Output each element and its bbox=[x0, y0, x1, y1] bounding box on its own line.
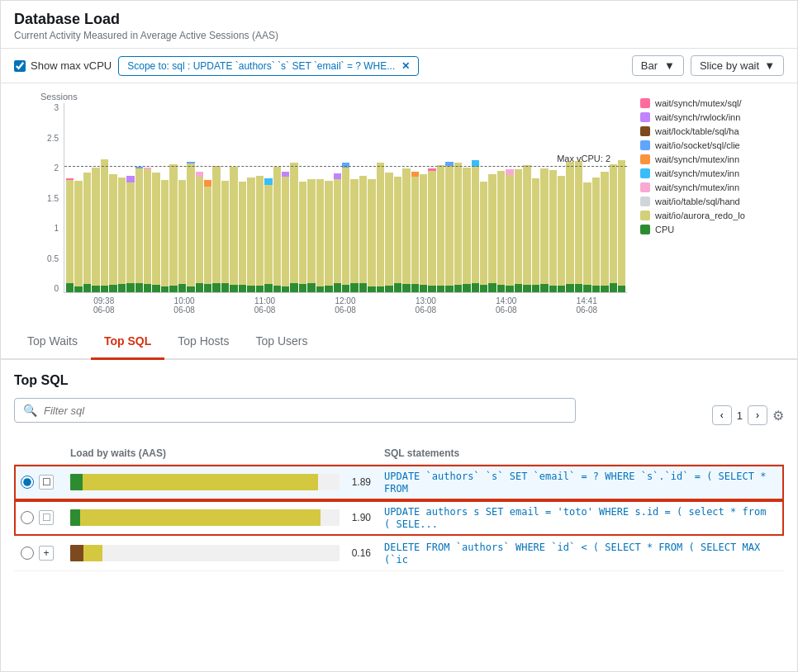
load-bar-container: 1.90 bbox=[70, 509, 371, 526]
chart-type-dropdown[interactable]: Bar ▼ bbox=[632, 55, 684, 76]
row-load-cell: 0.16 bbox=[64, 536, 378, 571]
scope-filter[interactable]: Scope to: sql : UPDATE `authors` `s` SET… bbox=[118, 56, 419, 76]
top-sql-section: Top SQL 🔍 ‹ 1 › ⚙ Load by waits (AAS) SQ… bbox=[1, 360, 797, 584]
legend-item-table-hand: wait/io/table/sql/hand bbox=[640, 196, 784, 206]
legend-item-mutex-inn3: wait/synch/mutex/inn bbox=[640, 182, 784, 192]
table-row: ☐ 1.89 bbox=[14, 465, 784, 500]
scope-close-icon[interactable]: ✕ bbox=[401, 60, 410, 72]
search-icon: 🔍 bbox=[23, 404, 37, 417]
table-row: ☐ 1.90 bbox=[14, 500, 784, 536]
row-expand-button[interactable]: ☐ bbox=[39, 475, 54, 490]
tab-top-waits[interactable]: Top Waits bbox=[14, 324, 91, 360]
show-max-vcpu-checkbox[interactable] bbox=[14, 60, 26, 72]
y-axis: 3 2.5 2 1.5 1 0.5 0 bbox=[37, 103, 62, 293]
toolbar: Show max vCPU Scope to: sql : UPDATE `au… bbox=[1, 49, 797, 83]
row-expand-button[interactable]: ☐ bbox=[39, 510, 54, 525]
load-bar bbox=[70, 474, 340, 490]
legend-item-mutex-inn2: wait/synch/mutex/inn bbox=[640, 168, 784, 178]
legend-item-socket-clie: wait/io/socket/sql/clie bbox=[640, 140, 784, 150]
chart-plot[interactable]: Max vCPU: 2 bbox=[64, 103, 627, 293]
chart-type-label: Bar bbox=[641, 59, 658, 72]
row-load-cell: 1.89 bbox=[64, 465, 378, 500]
legend-item-rwlock-inn: wait/synch/rwlock/inn bbox=[640, 112, 784, 122]
table-row: + 0.16 bbox=[14, 536, 784, 571]
load-bar-container: 1.89 bbox=[70, 474, 371, 490]
scope-text: Scope to: sql : UPDATE `authors` `s` SET… bbox=[127, 60, 395, 72]
y-axis-label: Sessions bbox=[40, 92, 627, 102]
sql-link[interactable]: UPDATE authors s SET email = 'toto' WHER… bbox=[384, 506, 766, 530]
slice-by-button[interactable]: Slice by wait ▼ bbox=[691, 55, 784, 76]
col-sql-header: SQL statements bbox=[378, 442, 784, 465]
row-select-radio[interactable] bbox=[21, 547, 34, 560]
page-subtitle: Current Activity Measured in Average Act… bbox=[14, 30, 784, 41]
load-value: 1.89 bbox=[346, 476, 371, 488]
row-controls: + bbox=[21, 546, 57, 561]
row-select-radio[interactable] bbox=[21, 476, 34, 489]
bars-wrapper bbox=[64, 103, 627, 292]
pagination-page: 1 bbox=[737, 409, 743, 422]
top-sql-title: Top SQL bbox=[14, 373, 784, 388]
legend-item-cpu: CPU bbox=[640, 225, 784, 234]
show-max-vcpu-label[interactable]: Show max vCPU bbox=[14, 59, 112, 72]
pagination: ‹ 1 › ⚙ bbox=[712, 405, 784, 425]
legend-item-mutex-sql: wait/synch/mutex/sql/ bbox=[640, 98, 784, 108]
tab-top-users[interactable]: Top Users bbox=[243, 324, 321, 360]
row-load-cell: 1.90 bbox=[64, 500, 378, 536]
slice-dropdown-icon: ▼ bbox=[764, 59, 775, 72]
sql-search-bar[interactable]: 🔍 bbox=[14, 398, 576, 423]
row-controls-cell: + bbox=[14, 536, 64, 571]
max-vcpu-label: Max vCPU: 2 bbox=[557, 154, 610, 163]
tabs: Top Waits Top SQL Top Hosts Top Users bbox=[1, 324, 797, 360]
load-value: 0.16 bbox=[346, 547, 371, 559]
row-expand-button[interactable]: + bbox=[39, 546, 54, 561]
dropdown-arrow-icon: ▼ bbox=[664, 59, 675, 72]
chart-container: 3 2.5 2 1.5 1 0.5 0 Max vCPU: 2 bbox=[37, 103, 627, 318]
sql-search-input[interactable] bbox=[44, 405, 567, 417]
row-controls-cell: ☐ bbox=[14, 465, 64, 500]
row-sql-cell: DELETE FROM `authors` WHERE `id` < ( SEL… bbox=[378, 536, 784, 571]
header: Database Load Current Activity Measured … bbox=[1, 1, 797, 49]
tab-top-sql[interactable]: Top SQL bbox=[91, 324, 164, 360]
load-value: 1.90 bbox=[346, 512, 371, 523]
settings-gear-button[interactable]: ⚙ bbox=[772, 408, 784, 424]
col-load-header: Load by waits (AAS) bbox=[64, 442, 378, 465]
row-sql-cell: UPDATE `authors` `s` SET `email` = ? WHE… bbox=[378, 465, 784, 500]
max-vcpu-line: Max vCPU: 2 bbox=[64, 166, 627, 167]
chart-main: Sessions 3 2.5 2 1.5 1 0.5 0 Max vCPU: 2 bbox=[14, 92, 627, 318]
load-bar bbox=[70, 545, 340, 561]
row-controls-cell: ☐ bbox=[14, 500, 64, 536]
row-controls: ☐ bbox=[21, 510, 57, 525]
load-bar-container: 0.16 bbox=[70, 545, 371, 561]
load-bar bbox=[70, 509, 340, 526]
row-controls: ☐ bbox=[21, 475, 57, 490]
sql-link[interactable]: UPDATE `authors` `s` SET `email` = ? WHE… bbox=[384, 471, 766, 495]
row-select-radio[interactable] bbox=[21, 511, 34, 524]
page-title: Database Load bbox=[14, 11, 784, 28]
slice-by-label: Slice by wait bbox=[700, 59, 759, 72]
show-max-vcpu-text: Show max vCPU bbox=[31, 59, 112, 72]
chart-area: Sessions 3 2.5 2 1.5 1 0.5 0 Max vCPU: 2 bbox=[1, 83, 797, 324]
tab-top-hosts[interactable]: Top Hosts bbox=[164, 324, 242, 360]
x-axis: 09:3806-08 10:0006-08 11:0006-08 12:0006… bbox=[64, 293, 627, 315]
legend-item-aurora-redo: wait/io/aurora_redo_lo bbox=[640, 211, 784, 220]
pagination-next-button[interactable]: › bbox=[748, 405, 767, 425]
sql-link[interactable]: DELETE FROM `authors` WHERE `id` < ( SEL… bbox=[384, 542, 760, 566]
col-ctrl-header bbox=[14, 442, 64, 465]
row-sql-cell: UPDATE authors s SET email = 'toto' WHER… bbox=[378, 500, 784, 536]
legend-item-lock-table: wait/lock/table/sql/ha bbox=[640, 126, 784, 136]
pagination-prev-button[interactable]: ‹ bbox=[712, 405, 732, 425]
sql-table: Load by waits (AAS) SQL statements ☐ bbox=[14, 442, 784, 571]
chart-legend: wait/synch/mutex/sql/ wait/synch/rwlock/… bbox=[627, 92, 784, 318]
legend-item-mutex-inn1: wait/synch/mutex/inn bbox=[640, 154, 784, 164]
